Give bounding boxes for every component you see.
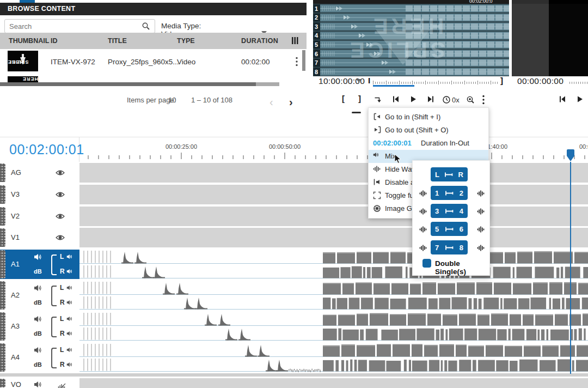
table-row-partial[interactable]: HERE (8, 76, 38, 82)
play-icon[interactable] (576, 95, 587, 106)
track-lane-A1[interactable] (79, 250, 588, 279)
track-lane-VO[interactable] (79, 378, 588, 388)
channel-speaker-icon[interactable] (66, 300, 72, 305)
col-id[interactable]: ID (51, 37, 58, 45)
zoom-in-icon[interactable] (466, 95, 477, 106)
col-type[interactable]: TYPE (177, 37, 195, 45)
track-lane-V2[interactable] (79, 207, 588, 226)
playhead-handle[interactable] (566, 149, 575, 163)
track-drag-handle[interactable] (0, 343, 5, 372)
play-icon[interactable] (409, 95, 420, 106)
menu-item-go-to-out-shift-o-[interactable]: Go to out (Shift + O) (369, 124, 488, 137)
program-monitor[interactable] (512, 4, 588, 76)
source-scrub-bar[interactable] (373, 82, 499, 84)
eye-icon[interactable] (56, 191, 65, 198)
speaker-icon[interactable] (34, 381, 42, 388)
table-vscrollbar-thumb[interactable] (302, 50, 305, 71)
panel-drag-handle[interactable] (352, 112, 361, 113)
eye-icon[interactable] (56, 234, 65, 241)
next-page-icon[interactable]: › (289, 96, 293, 108)
track-lane-AG[interactable] (79, 163, 588, 183)
mix-pair-button-7-8[interactable]: 78 (431, 240, 468, 254)
columns-icon[interactable] (292, 37, 298, 44)
track-drag-handle[interactable] (0, 312, 5, 341)
menu-item-go-to-in-shift-i-[interactable]: Go to in (Shift + I) (369, 111, 488, 124)
track-drag-handle[interactable] (0, 281, 5, 310)
track-header-VO[interactable]: VO (0, 378, 79, 388)
db-button[interactable]: dB (34, 361, 42, 368)
waveform-off-icon[interactable] (58, 383, 66, 388)
eye-icon[interactable] (56, 213, 65, 220)
mark-in-button[interactable]: [ (342, 94, 345, 103)
program-top-bar (512, 0, 549, 4)
channel-speaker-icon[interactable] (66, 254, 72, 259)
search-icon[interactable] (142, 22, 150, 31)
mix-pair-button-L-R[interactable]: LR (431, 167, 468, 181)
clock-speed-icon[interactable] (442, 95, 453, 106)
timeline-current-timecode[interactable]: 00:02:00:01 (9, 142, 84, 157)
track-header-V3[interactable]: V3 (0, 185, 79, 204)
program-scrub-bar[interactable] (569, 82, 588, 84)
chevron-down-icon[interactable] (356, 79, 362, 82)
speaker-icon[interactable] (34, 316, 42, 323)
track-drag-handle[interactable] (0, 163, 5, 182)
scrub-in-marker[interactable]: I (368, 76, 370, 85)
mark-out-button[interactable]: ] (358, 94, 361, 103)
source-monitor[interactable]: 12345678 HERE SPLICE (313, 4, 509, 76)
items-per-page-value[interactable]: 10 (168, 96, 176, 104)
track-header-A3[interactable]: A3dBLR (0, 312, 79, 341)
track-header-A2[interactable]: A2dBLR (0, 281, 79, 310)
table-row[interactable]: HERE SPLICE ITEM-VX-972 Proxy_25fps_960x… (0, 49, 307, 76)
prev-frame-icon[interactable] (392, 95, 403, 106)
kebab-icon[interactable] (482, 95, 493, 106)
loop-playback-icon[interactable] (373, 95, 384, 106)
table-hscrollbar[interactable] (0, 82, 279, 86)
hscrollbar-thumb[interactable] (0, 82, 256, 86)
double-singles-checkbox[interactable] (422, 259, 431, 268)
scrub-out-marker[interactable]: ] (500, 76, 503, 85)
track-header-V1[interactable]: V1 (0, 228, 79, 247)
timeline-ruler[interactable]: 00:00:25:0000:00:50:0000:01:15:0000:01:4… (79, 137, 588, 162)
next-frame-icon[interactable] (427, 95, 438, 106)
mix-pair-button-3-4[interactable]: 34 (431, 204, 468, 218)
speaker-icon[interactable] (34, 284, 42, 292)
track-lane-V1[interactable] (79, 228, 588, 247)
track-header-AG[interactable]: AG (0, 163, 79, 183)
speaker-icon[interactable] (34, 253, 42, 260)
channel-speaker-icon[interactable] (66, 331, 72, 336)
prev-page-icon[interactable]: ‹ (270, 96, 273, 108)
track-lane-A2[interactable] (79, 281, 588, 310)
track-drag-handle[interactable] (0, 185, 5, 204)
mix-pair-button-5-6[interactable]: 56 (431, 222, 468, 236)
row-thumbnail[interactable]: HERE SPLICE (8, 51, 38, 71)
db-button[interactable]: dB (34, 299, 42, 306)
db-button[interactable]: dB (34, 330, 42, 337)
track-drag-handle[interactable] (0, 379, 5, 387)
col-title[interactable]: TITLE (108, 37, 127, 45)
track-lane-V3[interactable] (79, 185, 588, 204)
channel-speaker-icon[interactable] (66, 347, 72, 353)
channel-speaker-icon[interactable] (66, 285, 72, 290)
prev-frame-icon[interactable] (559, 95, 569, 106)
track-drag-handle[interactable] (0, 228, 5, 247)
track-drag-handle[interactable] (0, 207, 5, 226)
track-lane-A3[interactable] (79, 312, 588, 341)
track-header-A4[interactable]: A4dBLR (0, 343, 79, 372)
program-timecode[interactable]: 00:00:00:00 (517, 76, 564, 86)
db-button[interactable]: dB (34, 268, 42, 275)
mix-pair-button-1-2[interactable]: 12 (431, 186, 468, 200)
channel-speaker-icon[interactable] (66, 269, 72, 274)
track-header-V2[interactable]: V2 (0, 207, 79, 226)
speaker-icon[interactable] (34, 347, 42, 354)
track-drag-handle[interactable] (0, 250, 5, 278)
col-duration[interactable]: DURATION (241, 37, 288, 45)
search-input[interactable] (8, 20, 141, 32)
kebab-icon[interactable] (296, 57, 298, 66)
col-thumbnail[interactable]: THUMBNAIL (9, 37, 49, 45)
eye-icon[interactable] (56, 169, 65, 176)
channel-speaker-icon[interactable] (66, 362, 72, 367)
timeline-hscrollbar[interactable] (0, 373, 588, 377)
track-header-A1[interactable]: A1dBLR (0, 250, 79, 279)
track-lane-A4[interactable] (79, 343, 588, 372)
channel-speaker-icon[interactable] (66, 316, 72, 322)
